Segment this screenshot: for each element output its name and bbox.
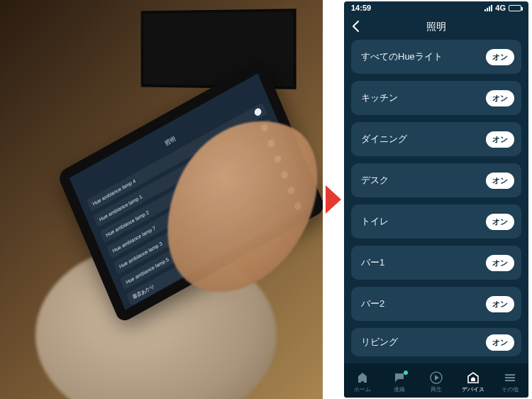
svg-rect-4	[505, 377, 515, 378]
tab-label: ホーム	[354, 386, 371, 393]
svg-rect-3	[505, 374, 515, 376]
light-label: ダイニング	[361, 133, 407, 146]
light-row[interactable]: キッチン オン	[351, 81, 521, 115]
device-icon	[467, 371, 480, 384]
light-row[interactable]: バー1 オン	[351, 246, 521, 280]
tab-bar: ホーム 連絡 再生 デバイス	[344, 364, 528, 398]
light-label: デスク	[361, 174, 389, 187]
signal-icon	[484, 5, 492, 11]
light-label: トイレ	[361, 215, 389, 228]
tab-label: その他	[501, 386, 519, 393]
toggle-button[interactable]: オン	[486, 173, 514, 189]
arrow-icon	[323, 185, 344, 214]
battery-icon	[509, 5, 521, 11]
light-row[interactable]: ダイニング オン	[351, 122, 521, 156]
svg-rect-5	[505, 380, 515, 381]
light-row[interactable]: デスク オン	[351, 163, 521, 197]
status-bar: 14:59 4G	[344, 1, 528, 14]
light-label: バー1	[361, 256, 384, 269]
tab-label: 再生	[431, 386, 442, 393]
status-time: 14:59	[351, 4, 371, 12]
context-photo: 照明 Hue ambiance lamp 4 Hue ambiance lamp…	[0, 0, 323, 399]
app-screen: 14:59 4G 照明 すべてのHueライト オン キッチン オン	[344, 1, 528, 398]
tab-devices[interactable]: デバイス	[455, 371, 492, 393]
svg-marker-2	[435, 375, 439, 381]
home-icon	[356, 371, 369, 384]
toggle-button[interactable]: オン	[486, 296, 514, 312]
svg-marker-0	[326, 185, 341, 214]
chat-icon	[393, 371, 406, 384]
toggle-button[interactable]: オン	[486, 90, 514, 106]
tab-label: デバイス	[462, 386, 484, 393]
notification-dot-icon	[404, 371, 408, 375]
light-row-all[interactable]: すべてのHueライト オン	[351, 40, 521, 74]
light-label: リビング	[361, 336, 398, 349]
tab-play[interactable]: 再生	[418, 371, 455, 393]
toggle-button[interactable]: オン	[486, 255, 514, 271]
toggle-button[interactable]: オン	[486, 131, 514, 148]
tv	[141, 9, 297, 89]
tab-label: 連絡	[394, 386, 405, 393]
back-button[interactable]	[351, 20, 360, 35]
toggle-button[interactable]: オン	[486, 49, 514, 65]
toggle-button[interactable]: オン	[486, 334, 514, 351]
menu-icon	[504, 371, 516, 384]
network-label: 4G	[495, 4, 506, 12]
play-icon	[430, 371, 443, 384]
light-row[interactable]: バー2 オン	[351, 287, 521, 321]
phone-frame: 14:59 4G 照明 すべてのHueライト オン キッチン オン	[344, 1, 528, 398]
light-row[interactable]: トイレ オン	[351, 204, 521, 239]
lights-list[interactable]: すべてのHueライト オン キッチン オン ダイニング オン デスク オン トイ…	[344, 40, 528, 364]
tab-home[interactable]: ホーム	[344, 371, 381, 393]
tab-chat[interactable]: 連絡	[381, 371, 418, 393]
tab-more[interactable]: その他	[492, 371, 528, 393]
light-row[interactable]: リビング オン	[351, 328, 521, 356]
light-label: すべてのHueライト	[361, 50, 443, 63]
nav-bar: 照明	[344, 14, 528, 40]
toggle-button[interactable]: オン	[486, 214, 514, 230]
light-label: キッチン	[361, 92, 398, 104]
page-title: 照明	[426, 21, 446, 33]
toggle-icon	[253, 107, 262, 117]
light-label: バー2	[361, 297, 384, 310]
